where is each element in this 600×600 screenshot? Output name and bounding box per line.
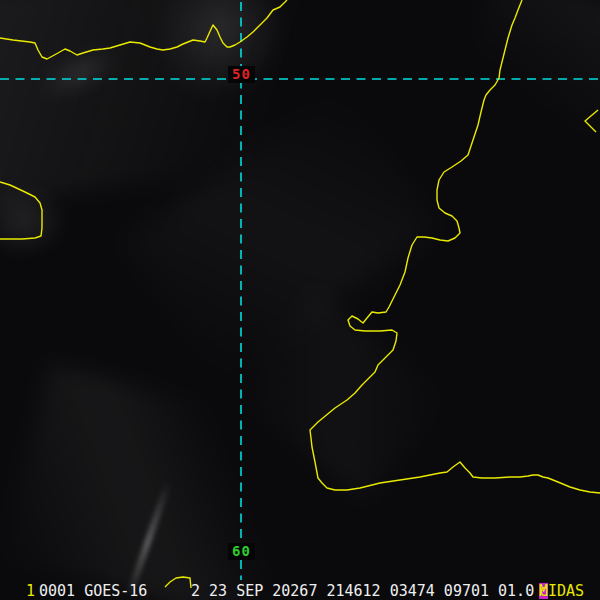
status-bar: 1 0001 GOES-16 2 23 SEP 20267 214612 034…	[0, 583, 600, 600]
image-time-info: 2 23 SEP 20267 214612 03474 09701 01.0	[191, 583, 534, 599]
coastline-right-edge-chevron	[585, 110, 598, 132]
longitude-label-60: 60	[228, 543, 255, 560]
frame-number: 1	[26, 583, 35, 599]
brand-text: cIDAS	[539, 583, 584, 599]
dataset-label: 0001 GOES-16	[39, 583, 147, 599]
satellite-image-canvas[interactable]: 50 60 1 0001 GOES-16 2 23 SEP 20267 2146…	[0, 0, 600, 600]
coastline-left-peninsula	[0, 182, 42, 239]
coastline-right	[310, 0, 600, 493]
coastline-top	[0, 0, 287, 59]
map-grid-overlay	[0, 0, 600, 600]
latitude-label-50: 50	[228, 66, 255, 83]
